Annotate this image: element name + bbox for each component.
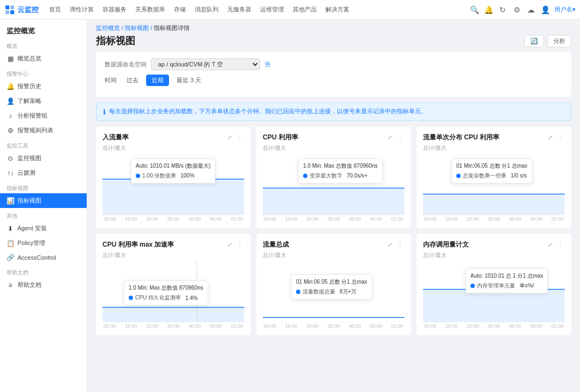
- svg-rect-0: [5, 5, 9, 9]
- chart-3-tooltip: 01 Min:06.05 总数 分1 总max 总复杂数乘一些乘 1/0 s/s: [451, 158, 533, 183]
- filter-tab-3days[interactable]: 最近 3 天: [171, 75, 207, 86]
- chart-5-subtitle: 总计/最大: [263, 252, 404, 259]
- grid-icon: ▦: [7, 55, 14, 63]
- user-avatar[interactable]: 👤: [540, 5, 550, 15]
- cloud-icon[interactable]: ☁: [526, 5, 536, 15]
- chart-card-3: 流量单次分布 CPU 利用率 ⤢ ⋮ 总计/最大 01 Min:06.05 总数…: [416, 126, 571, 228]
- info-text: 每次选择指标上步业务的加载数，下方表单状态多个分钟。我们已回应中的批上连接，以便…: [109, 107, 427, 115]
- sidebar-item-policy[interactable]: 📋 Policy管理: [0, 236, 87, 250]
- sidebar-item-alarm-history[interactable]: 🔔 报警历史: [0, 79, 87, 94]
- chart-4-zoom[interactable]: ⤢: [226, 241, 233, 248]
- breadcrumb: 监控概览 / 指标视图 / 指标视图详情: [87, 20, 580, 33]
- chart-2-tooltip: 1.0 Min: Max 总数值 870960ns 变异最大数字 70.0s/s…: [298, 158, 383, 183]
- chart-5-xaxis: 00:0010:0020:0030:0040:0050:0001:00: [263, 323, 404, 329]
- breadcrumb-part-2[interactable]: 指标视图: [125, 24, 149, 31]
- chart-1-more[interactable]: ⋮: [235, 134, 244, 141]
- access-icon: 🔗: [7, 254, 14, 261]
- sidebar-title: 监控概览: [0, 20, 87, 38]
- chart-4-title: CPU 利用率 max 加速率: [102, 240, 174, 249]
- chart-6-xaxis: 00:0010:0020:0030:0040:0050:0001:00: [423, 323, 565, 329]
- chart-3-subtitle: 总计/最大: [423, 144, 565, 152]
- chart-3-title: 流量单次分布 CPU 利用率: [423, 133, 499, 142]
- breadcrumb-part-1[interactable]: 监控概览: [96, 24, 120, 31]
- breadcrumb-part-3: 指标视图详情: [154, 24, 190, 31]
- chart-3-actions: ⤢ ⋮: [546, 134, 565, 141]
- refresh-icon[interactable]: ↻: [498, 5, 508, 15]
- svg-rect-13: [102, 308, 244, 323]
- chart-card-1: 入流量率 ⤢ ⋮ 总计/最大 Auto: 1010.01 MB/s (数据最大): [96, 126, 251, 228]
- nav-solution[interactable]: 解决方案: [323, 4, 352, 15]
- chart-5-more[interactable]: ⋮: [396, 241, 404, 248]
- chart-6-zoom[interactable]: ⤢: [546, 241, 554, 248]
- sidebar-section-tools: 监控工具: [0, 138, 87, 151]
- chart-3-zoom[interactable]: ⤢: [546, 134, 554, 141]
- sidebar-label-agent: Agent 安装: [17, 224, 47, 232]
- chart-1-zoom[interactable]: ⤢: [226, 134, 233, 141]
- filter-bar: 数据源命名空间 ap / qcloud/CVM 的 T 空 另 时间 过去 近期…: [96, 52, 571, 97]
- chart-6-more[interactable]: ⋮: [556, 241, 565, 248]
- sidebar-item-access[interactable]: 🔗 AccessControl: [0, 250, 87, 265]
- namespace-select[interactable]: ap / qcloud/CVM 的 T 空: [151, 58, 260, 70]
- group-icon: ♪: [7, 112, 14, 120]
- filter-tab-past[interactable]: 过去: [121, 75, 144, 86]
- sidebar-item-alarm-rules[interactable]: ⚙ 报警规则列表: [0, 123, 87, 138]
- sidebar-item-dashboard[interactable]: ⊙ 监控视图: [0, 151, 87, 166]
- chart-1-tooltip: Auto: 1010.01 MB/s (数据最大) 1.00 倍数值乘 100%: [131, 158, 215, 183]
- user-label[interactable]: 用户名▾: [554, 5, 576, 14]
- view-link[interactable]: 另: [264, 60, 270, 69]
- nav-ops[interactable]: 运维管理: [257, 4, 287, 15]
- sidebar-item-alarm-contact[interactable]: 👤 了解策略: [0, 94, 87, 108]
- nav-right-area: 🔍 🔔 ↻ ⚙ ☁ 👤 用户名▾: [469, 5, 576, 15]
- sidebar-label-alarm: 报警历史: [17, 82, 41, 90]
- charts-grid: 入流量率 ⤢ ⋮ 总计/最大 Auto: 1010.01 MB/s (数据最大): [87, 126, 580, 344]
- analyze-button[interactable]: 分析: [547, 35, 571, 47]
- contact-icon: 👤: [7, 97, 14, 105]
- nav-other[interactable]: 其他产品: [290, 4, 319, 15]
- chart-1-header: 入流量率 ⤢ ⋮: [102, 133, 244, 142]
- nav-mq[interactable]: 消息队列: [192, 4, 221, 15]
- chart-2-area: 1.0 Min: Max 总数值 870960ns 变异最大数字 70.0s/s…: [263, 155, 404, 215]
- search-icon[interactable]: 🔍: [469, 5, 479, 15]
- chart-5-zoom[interactable]: ⤢: [386, 241, 394, 248]
- filter-tabs: 过去 近期 最近 3 天: [121, 75, 207, 86]
- settings-icon[interactable]: ⚙: [512, 5, 522, 15]
- filter-time-row: 时间 过去 近期 最近 3 天: [105, 75, 563, 86]
- chart-4-header: CPU 利用率 max 加速率 ⤢ ⋮: [102, 240, 244, 249]
- sidebar-section-alarm: 报警中心: [0, 66, 87, 79]
- chart-5-header: 流量总成 ⤢ ⋮: [263, 240, 404, 249]
- sidebar-item-agent[interactable]: ⬇ Agent 安装: [0, 221, 87, 236]
- monitor-icon: ↑↓: [7, 169, 14, 177]
- docs-icon: ≡: [7, 281, 14, 289]
- sidebar-item-metric-view[interactable]: 📊 指标视图: [0, 193, 87, 208]
- nav-home[interactable]: 首页: [46, 4, 64, 15]
- chart-5-area: 01 Min:06.05 总数 分1 总max 流量数据总量 8万+万: [263, 262, 404, 322]
- chart-4-xaxis: 00:3010:0020:0030:0040:0050:0001:00: [102, 323, 244, 329]
- chart-6-title: 内存调用量计文: [423, 240, 469, 249]
- nav-serverless[interactable]: 无服务器: [225, 4, 254, 15]
- sidebar-item-overview[interactable]: ▦ 概览总览: [0, 51, 87, 66]
- chart-4-actions: ⤢ ⋮: [226, 241, 244, 248]
- chart-3-more[interactable]: ⋮: [556, 134, 565, 141]
- nav-storage[interactable]: 存储: [171, 4, 189, 15]
- chart-4-more[interactable]: ⋮: [235, 241, 244, 248]
- chart-2-subtitle: 总计/最大: [263, 144, 404, 152]
- nav-database[interactable]: 关系数据库: [132, 4, 168, 15]
- alarm-icon: 🔔: [7, 83, 14, 90]
- page-title-row: 指标视图 🔄 分析: [87, 33, 580, 52]
- nav-container[interactable]: 容器服务: [100, 4, 129, 15]
- refresh-button[interactable]: 🔄: [524, 35, 544, 47]
- sidebar-item-alarm-group[interactable]: ♪ 分析报警组: [0, 108, 87, 123]
- sidebar-label-rules: 报警规则列表: [17, 126, 53, 134]
- sidebar-item-docs[interactable]: ≡ 帮助文档: [0, 278, 87, 292]
- nav-compute[interactable]: 弹性计算: [67, 4, 96, 15]
- svg-rect-3: [10, 10, 14, 14]
- chart-2-xaxis: 00:0010:0020:0030:0040:0050:0001:00: [263, 216, 404, 222]
- chart-2-more[interactable]: ⋮: [396, 134, 404, 141]
- chart-2-zoom[interactable]: ⤢: [386, 134, 394, 141]
- bell-icon[interactable]: 🔔: [484, 5, 493, 15]
- sidebar-item-cloud-monitor[interactable]: ↑↓ 云拨测: [0, 166, 87, 180]
- chart-card-5: 流量总成 ⤢ ⋮ 总计/最大 01 Min:06.05 总数 分1 总max: [256, 234, 411, 335]
- chart-1-actions: ⤢ ⋮: [226, 134, 244, 141]
- filter-tab-recent[interactable]: 近期: [146, 75, 169, 86]
- sidebar-label-metric: 指标视图: [17, 197, 41, 205]
